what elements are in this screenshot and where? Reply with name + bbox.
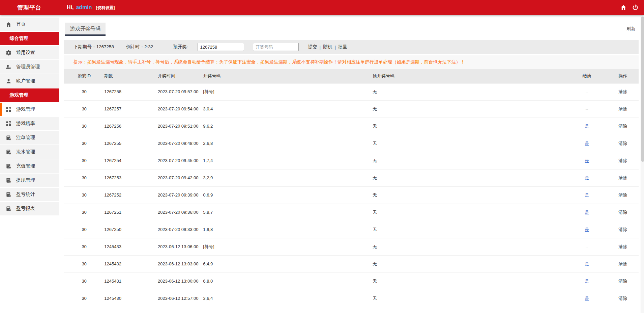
clear-link[interactable]: 清除 (618, 279, 627, 284)
cell-issue: 1245431 (104, 272, 157, 290)
app-title: 管理平台 (0, 4, 59, 11)
cell-settled: 是 (567, 186, 607, 204)
table-row: 30 1267258 2023-07-20 09:57:00 [补号] 无 --… (64, 83, 639, 100)
cell-draw-numbers: 2,6,8 (203, 135, 373, 152)
cell-settled: 是 (567, 290, 607, 307)
cell-settled: -- (567, 83, 607, 100)
sidebar-item-home[interactable]: 首页 (0, 18, 59, 31)
batch-link[interactable]: 批量 (338, 44, 347, 50)
col-header-6: 结清 (567, 69, 607, 83)
clear-link[interactable]: 清除 (618, 124, 627, 129)
cell-game-id: 30 (64, 135, 104, 152)
predraw-input[interactable] (198, 43, 244, 51)
svg-text:?: ? (9, 153, 10, 154)
profile-settings-link[interactable]: [资料设置] (96, 5, 115, 11)
sidebar: 首页 综合管理 通用设置 管理员管理 账户管理 游戏管理 游戏管理 游戏赔率 ?… (0, 15, 59, 313)
sidebar-section-general-section[interactable]: 综合管理 (0, 32, 59, 45)
cell-issue: 1267253 (104, 169, 157, 186)
clear-link[interactable]: 清除 (618, 158, 627, 163)
cell-game-id: 30 (64, 186, 104, 204)
cell-settled: 是 (567, 169, 607, 186)
sidebar-item-label: 流水管理 (16, 149, 35, 155)
table-header-row: 游戏ID期数开奖时间开奖号码预开奖号码结清操作 (64, 69, 639, 83)
cell-action: 清除 (607, 135, 639, 152)
cell-issue: 1245433 (104, 238, 157, 255)
cell-predraw-numbers: 无 (373, 186, 567, 204)
draw-toolbar: 下期期号：1267258 倒计时：2:32 预开奖: 提交|随机|批量 (64, 40, 639, 54)
sidebar-item-game-odds[interactable]: 游戏赔率 (0, 117, 59, 130)
sidebar-item-general-settings[interactable]: 通用设置 (0, 46, 59, 59)
cell-issue: 1267252 (104, 186, 157, 204)
doc-icon: ? (5, 149, 12, 155)
cell-draw-time: 2023-07-20 09:42:00 (158, 169, 203, 186)
sidebar-item-game-management[interactable]: 游戏管理 (0, 103, 59, 116)
sidebar-item-label: 游戏管理 (16, 106, 35, 112)
clear-link[interactable]: 清除 (618, 175, 627, 180)
cell-predraw-numbers: 无 (373, 290, 567, 307)
settled-link[interactable]: 是 (585, 175, 589, 180)
clear-link[interactable]: 清除 (618, 261, 627, 266)
cell-game-id: 30 (64, 238, 104, 255)
submit-link[interactable]: 提交 (308, 44, 317, 50)
doc-icon: ? (5, 135, 12, 141)
tab-game-draw-numbers[interactable]: 游戏开奖号码 (65, 23, 106, 36)
sidebar-item-label: 充值管理 (16, 163, 35, 169)
users-icon (5, 64, 12, 70)
clear-link[interactable]: 清除 (618, 227, 627, 232)
settled-link[interactable]: 是 (585, 227, 589, 232)
scrollbar-thumb[interactable] (641, 17, 644, 162)
home-icon[interactable] (620, 4, 627, 11)
sidebar-section-game-section[interactable]: 游戏管理 (0, 88, 59, 102)
settled-link[interactable]: 是 (585, 124, 589, 129)
grid-icon (5, 121, 12, 127)
table-row: 30 1267254 2023-07-20 09:45:00 1,7,4 无 是… (64, 152, 639, 169)
sidebar-item-account-management[interactable]: 账户管理 (0, 74, 59, 88)
clear-link[interactable]: 清除 (618, 244, 627, 249)
cell-draw-numbers: 1,7,4 (203, 152, 373, 169)
clear-link[interactable]: 清除 (618, 89, 627, 94)
cell-settled: 是 (567, 152, 607, 169)
power-icon[interactable] (632, 4, 639, 11)
refresh-link[interactable]: 刷新 (626, 26, 635, 36)
clear-link[interactable]: 清除 (618, 296, 627, 301)
page-scrollbar[interactable] (641, 15, 644, 313)
cell-draw-time: 2023-06-12 12:57:00 (158, 290, 203, 307)
cell-settled: 是 (567, 255, 607, 272)
cell-settled: 是 (567, 135, 607, 152)
sidebar-item-admin-management[interactable]: 管理员管理 (0, 60, 59, 74)
settled-link[interactable]: 是 (585, 279, 589, 284)
sidebar-item-transactions[interactable]: ? 流水管理 (0, 145, 59, 159)
settled-link[interactable]: 是 (585, 192, 589, 198)
cell-settled: 是 (567, 272, 607, 290)
random-link[interactable]: 随机 (323, 44, 332, 50)
settled-link[interactable]: 是 (585, 296, 589, 301)
cell-draw-time: 2023-06-12 13:03:00 (158, 255, 203, 272)
draw-number-input[interactable] (253, 43, 299, 51)
cell-draw-numbers: 5,8,7 (203, 204, 373, 221)
sidebar-item-label: 注单管理 (16, 135, 35, 141)
sidebar-item-profit-report[interactable]: ? 盈亏报表 (0, 202, 59, 215)
cell-action: 清除 (607, 272, 639, 290)
clear-link[interactable]: 清除 (618, 106, 627, 111)
cell-settled: -- (567, 100, 607, 118)
clear-link[interactable]: 清除 (618, 210, 627, 215)
settled-link[interactable]: 是 (585, 210, 589, 215)
settled-link[interactable]: 是 (585, 141, 589, 146)
sidebar-item-label: 管理员管理 (16, 64, 40, 70)
settled-link[interactable]: 是 (585, 158, 589, 163)
sidebar-item-recharge[interactable]: ? 充值管理 (0, 159, 59, 173)
sidebar-item-profit-stats[interactable]: ? 盈亏统计 (0, 188, 59, 201)
table-row: 30 1267253 2023-07-20 09:42:00 3,2,9 无 是… (64, 169, 639, 186)
settled-link[interactable]: 是 (585, 261, 589, 266)
table-row: 30 1245432 2023-06-12 13:03:00 6,4,9 无 是… (64, 255, 639, 272)
sidebar-item-label: 账户管理 (16, 78, 35, 84)
sidebar-item-withdrawal[interactable]: ? 提现管理 (0, 174, 59, 187)
clear-link[interactable]: 清除 (618, 192, 627, 198)
sidebar-item-bet-orders[interactable]: ? 注单管理 (0, 131, 59, 145)
cell-draw-numbers: 1,9,8 (203, 221, 373, 238)
topbar-actions (620, 4, 639, 11)
separator: | (320, 45, 321, 50)
main-content: 游戏开奖号码 刷新 下期期号：1267258 倒计时：2:32 预开奖: 提交|… (59, 15, 644, 313)
cell-predraw-numbers: 无 (373, 118, 567, 135)
clear-link[interactable]: 清除 (618, 141, 627, 146)
